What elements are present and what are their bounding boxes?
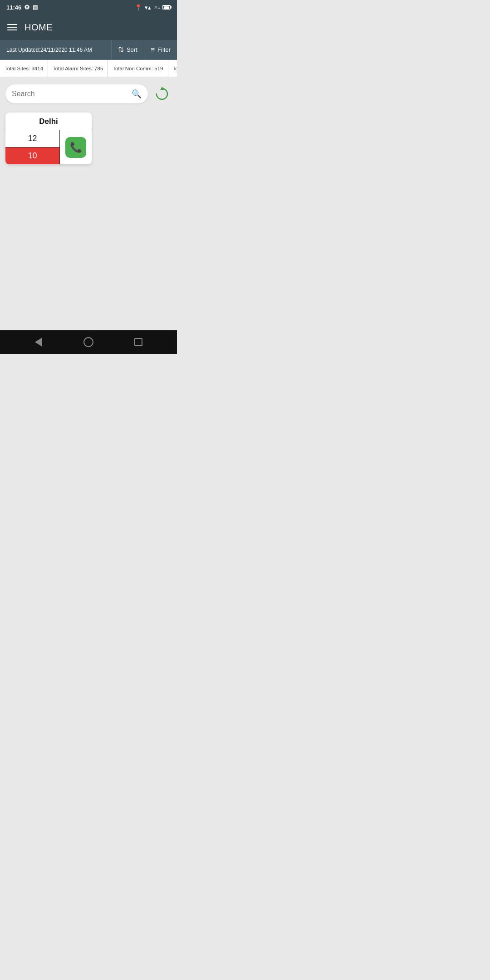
total-inv-stat: Total INV A xyxy=(168,60,177,77)
hamburger-menu-button[interactable] xyxy=(7,24,17,30)
status-bar-right: 📍 ▾▴ ✕₄ xyxy=(135,4,171,11)
refresh-icon xyxy=(154,86,170,102)
filter-icon: ≡ xyxy=(151,46,155,54)
home-button[interactable] xyxy=(79,333,98,351)
back-icon xyxy=(35,338,42,347)
status-bar: 11:46 ⚙ ▤ 📍 ▾▴ ✕₄ xyxy=(0,0,177,15)
site-card-phone[interactable]: 📞 xyxy=(60,130,92,164)
app-title: HOME xyxy=(24,22,53,33)
sort-icon: ⇅ xyxy=(118,45,124,54)
time-display: 11:46 xyxy=(6,4,21,11)
total-non-comm-stat: Total Non Comm: 519 xyxy=(108,60,168,77)
search-input-wrapper: 🔍 xyxy=(5,84,148,103)
search-container: 🔍 xyxy=(5,84,172,103)
sim-icon: ▤ xyxy=(33,4,38,10)
recents-button[interactable] xyxy=(129,333,147,351)
total-sites-stat: Total Sites: 3414 xyxy=(0,60,48,77)
sort-button[interactable]: ⇅ Sort xyxy=(112,40,144,59)
total-alarm-stat: Total Alarm Sites: 785 xyxy=(48,60,108,77)
navigation-bar xyxy=(0,330,177,354)
search-input[interactable] xyxy=(12,90,132,98)
last-updated-display: Last Updated:24/11/2020 11:46 AM xyxy=(0,40,112,59)
delhi-site-card: Delhi 12 10 📞 xyxy=(5,113,92,164)
refresh-button[interactable] xyxy=(152,84,172,103)
toolbar: Last Updated:24/11/2020 11:46 AM ⇅ Sort … xyxy=(0,40,177,60)
site-card-title: Delhi xyxy=(5,113,92,130)
stats-bar: Total Sites: 3414 Total Alarm Sites: 785… xyxy=(0,60,177,77)
filter-button[interactable]: ≡ Filter xyxy=(144,40,177,59)
back-button[interactable] xyxy=(29,333,48,351)
site-number-alarm: 10 xyxy=(5,147,59,164)
search-icon[interactable]: 🔍 xyxy=(132,89,142,99)
site-number-top: 12 xyxy=(5,130,59,147)
location-icon: 📍 xyxy=(135,4,142,11)
home-icon xyxy=(83,337,93,347)
status-bar-left: 11:46 ⚙ ▤ xyxy=(6,4,38,11)
site-card-body: 12 10 📞 xyxy=(5,130,92,164)
signal-icon: ✕₄ xyxy=(154,5,160,10)
call-button[interactable]: 📞 xyxy=(65,137,86,158)
battery-icon xyxy=(162,5,171,10)
phone-icon: 📞 xyxy=(70,142,82,153)
app-bar: HOME xyxy=(0,15,177,40)
main-content: 🔍 Delhi 12 10 📞 xyxy=(0,77,177,330)
settings-icon: ⚙ xyxy=(24,4,30,11)
recents-icon xyxy=(134,338,142,346)
site-card-numbers: 12 10 xyxy=(5,130,60,164)
wifi-icon: ▾▴ xyxy=(145,4,151,11)
